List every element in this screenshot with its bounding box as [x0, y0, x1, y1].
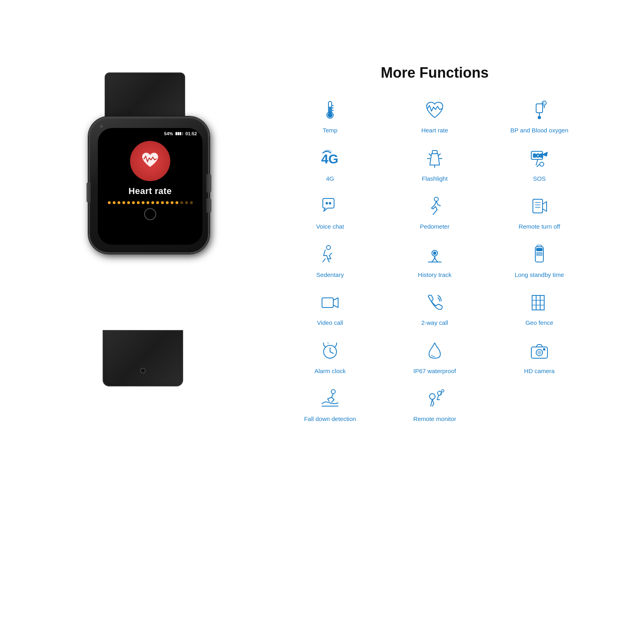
feature-ip67: IP67 waterproof: [386, 338, 483, 375]
history-track-icon: [422, 242, 448, 268]
side-button-bottom: [206, 198, 211, 213]
long-standby-icon: [526, 242, 552, 268]
feature-label-sos: SOS: [533, 175, 546, 183]
feature-bp: BP and Blood oxygen: [491, 97, 588, 134]
watch-band-top: [105, 72, 185, 121]
svg-line-19: [439, 154, 440, 155]
side-button-left: [87, 182, 91, 202]
battery-icon: [175, 132, 183, 135]
watch-body: 54% 01:52: [89, 117, 209, 254]
section-title: More Functions: [381, 64, 489, 81]
features-grid: Temp Heart rate: [282, 97, 588, 423]
sos-icon: SOS: [526, 146, 552, 171]
2way-call-icon: [422, 290, 448, 316]
svg-point-22: [540, 162, 544, 166]
heart-rate-icon: [422, 97, 448, 123]
svg-point-31: [326, 246, 330, 250]
svg-point-60: [442, 390, 444, 392]
feature-fall-down: Fall down detection: [282, 386, 378, 423]
status-bar: 54% 01:52: [98, 128, 202, 138]
home-button[interactable]: [144, 208, 156, 220]
svg-rect-36: [537, 245, 542, 247]
svg-point-55: [543, 349, 545, 350]
feature-label-heart-rate: Heart rate: [421, 126, 448, 134]
feature-label-2way-call: 2-way call: [421, 319, 448, 327]
remote-monitor-icon: [422, 386, 448, 412]
feature-label-pedometer: Pedometer: [420, 223, 449, 231]
feature-label-sedentary: Sedentary: [316, 271, 344, 279]
feature-video-call: Video call: [282, 290, 378, 327]
feature-flashlight: Flashlight: [386, 146, 483, 183]
video-call-icon: [317, 290, 343, 316]
svg-point-33: [433, 252, 436, 254]
feature-voice-chat: Voice chat: [282, 194, 378, 231]
alarm-clock-icon: [317, 338, 343, 364]
pedometer-icon: [422, 194, 448, 219]
side-button-top: [206, 174, 211, 192]
heart-rate-icon: [141, 152, 159, 170]
feature-label-video-call: Video call: [317, 319, 343, 327]
feature-label-long-standby: Long standby time: [515, 271, 564, 279]
svg-line-50: [330, 352, 333, 353]
svg-point-54: [538, 351, 541, 354]
feature-alarm-clock: Alarm clock: [282, 338, 378, 375]
svg-rect-14: [432, 151, 437, 154]
heart-rate-circle: [130, 141, 170, 181]
svg-rect-39: [322, 298, 333, 308]
remote-turn-off-icon: [526, 194, 552, 219]
feature-label-hd-camera: HD camera: [524, 367, 555, 375]
svg-point-23: [326, 202, 328, 204]
feature-label-remote-monitor: Remote monitor: [413, 415, 456, 423]
feature-sos: SOS SOS: [491, 146, 588, 183]
svg-point-56: [331, 390, 335, 394]
screen-label: Heart rate: [128, 186, 172, 196]
main-container: 54% 01:52: [40, 40, 604, 604]
feature-temp: Temp: [282, 97, 378, 134]
feature-label-alarm-clock: Alarm clock: [314, 367, 346, 375]
svg-line-18: [429, 154, 431, 155]
watch-section: 54% 01:52: [56, 97, 258, 346]
flashlight-icon: [422, 146, 448, 171]
svg-rect-26: [533, 199, 543, 213]
svg-point-9: [538, 116, 541, 119]
thermometer-icon: [317, 97, 343, 123]
geo-fence-icon: [526, 290, 552, 316]
4g-icon: 4G: [317, 146, 343, 171]
feature-heart-rate: Heart rate: [386, 97, 483, 134]
strap-hole: [140, 368, 146, 374]
feature-2way-call: 2-way call: [386, 290, 483, 327]
feature-label-remote-turn-off: Remote turn off: [518, 223, 560, 231]
feature-label-geo-fence: Geo fence: [525, 319, 553, 327]
battery-percent: 54%: [164, 131, 173, 136]
bp-icon: [526, 97, 552, 123]
feature-sedentary: Sedentary: [282, 242, 378, 279]
functions-section: More Functions Temp: [282, 64, 588, 423]
feature-pedometer: Pedometer: [386, 194, 483, 231]
water-icon: [422, 338, 448, 364]
feature-hd-camera: HD camera: [491, 338, 588, 375]
feature-label-bp: BP and Blood oxygen: [510, 126, 568, 134]
feature-label-voice-chat: Voice chat: [316, 223, 344, 231]
watch-time: 01:52: [186, 131, 197, 136]
svg-rect-7: [536, 104, 543, 113]
sedentary-icon: [317, 242, 343, 268]
watch-band-bottom: [103, 330, 183, 386]
feature-geo-fence: Geo fence: [491, 290, 588, 327]
progress-dots: [108, 201, 193, 204]
watch-wrapper: 54% 01:52: [80, 97, 233, 346]
svg-point-24: [329, 202, 331, 204]
svg-rect-37: [537, 252, 542, 256]
feature-history-track: History track: [386, 242, 483, 279]
svg-rect-3: [330, 107, 331, 114]
feature-remote-turn-off: Remote turn off: [491, 194, 588, 231]
feature-label-ip67: IP67 waterproof: [413, 367, 456, 375]
feature-label-history-track: History track: [418, 271, 451, 279]
feature-long-standby: Long standby time: [491, 242, 588, 279]
svg-point-58: [429, 394, 435, 399]
camera-icon: [526, 338, 552, 364]
watch-screen: 54% 01:52: [98, 128, 202, 245]
feature-label-flashlight: Flashlight: [422, 175, 448, 183]
feature-4g: 4G 4G: [282, 146, 378, 183]
voice-chat-icon: [317, 194, 343, 219]
feature-label-4g: 4G: [326, 175, 334, 183]
